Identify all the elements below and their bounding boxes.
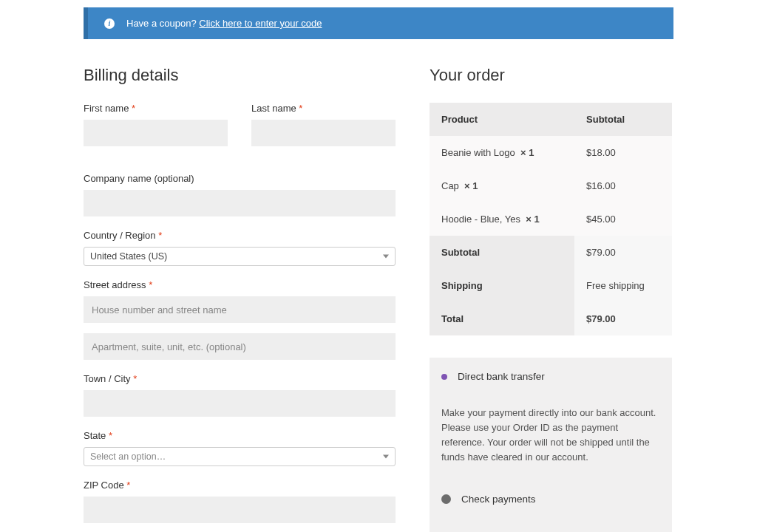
table-row: Cap × 1 $16.00 [430, 169, 672, 202]
country-label: Country / Region * [84, 230, 396, 241]
payment-option-check[interactable]: Check payments [430, 480, 672, 518]
radio-checked-icon [441, 374, 447, 380]
order-heading: Your order [430, 66, 672, 85]
coupon-question: Have a coupon? [126, 18, 197, 29]
total-label: Total [430, 302, 574, 335]
billing-heading: Billing details [84, 66, 396, 85]
country-select[interactable]: United States (US) [84, 247, 396, 266]
company-input[interactable] [84, 190, 396, 216]
city-input[interactable] [84, 390, 396, 417]
payment-bank-desc: Make your payment directly into our bank… [430, 395, 672, 480]
subtotal-label: Subtotal [430, 236, 574, 269]
coupon-banner: i Have a coupon? Click here to enter you… [84, 7, 673, 39]
state-select[interactable]: Select an option… [84, 447, 396, 466]
subtotal-value: $79.00 [574, 236, 672, 269]
state-label: State * [84, 430, 396, 441]
table-row: Beanie with Logo × 1 $18.00 [430, 136, 672, 169]
payment-box: Direct bank transfer Make your payment d… [430, 358, 672, 532]
first-name-label: First name * [84, 103, 228, 114]
last-name-input[interactable] [251, 120, 396, 146]
zip-input[interactable] [84, 497, 396, 523]
last-name-label: Last name * [251, 103, 396, 114]
street2-input[interactable] [84, 333, 396, 360]
company-label: Company name (optional) [84, 173, 396, 184]
table-row: Hoodie - Blue, Yes × 1 $45.00 [430, 202, 672, 236]
chevron-down-icon [383, 455, 389, 459]
zip-label: ZIP Code * [84, 480, 396, 491]
col-product: Product [430, 103, 574, 136]
shipping-label: Shipping [430, 269, 574, 302]
street-label: Street address * [84, 279, 396, 290]
street-input[interactable] [84, 296, 396, 323]
radio-unchecked-icon [441, 494, 451, 504]
chevron-down-icon [383, 255, 389, 259]
info-icon: i [104, 18, 115, 29]
payment-option-bank[interactable]: Direct bank transfer [430, 358, 672, 395]
payment-option-cod[interactable]: Cash on delivery [430, 518, 672, 532]
first-name-input[interactable] [84, 120, 228, 146]
order-table: Product Subtotal Beanie with Logo × 1 $1… [430, 103, 672, 335]
col-subtotal: Subtotal [574, 103, 672, 136]
total-value: $79.00 [574, 302, 672, 335]
city-label: Town / City * [84, 373, 396, 384]
coupon-link[interactable]: Click here to enter your code [199, 18, 322, 29]
shipping-value: Free shipping [574, 269, 672, 302]
